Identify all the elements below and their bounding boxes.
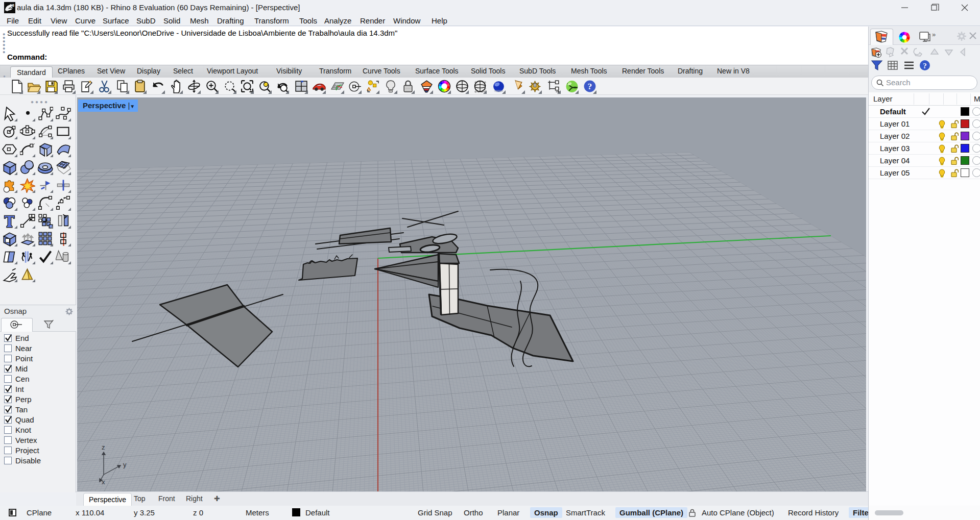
svg-text:?: ? bbox=[588, 81, 592, 91]
svg-text:z: z bbox=[102, 444, 105, 451]
svg-text:x: x bbox=[102, 478, 105, 485]
svg-text:?: ? bbox=[923, 62, 927, 70]
svg-text:8: 8 bbox=[12, 3, 15, 8]
svg-text:y: y bbox=[123, 461, 127, 468]
